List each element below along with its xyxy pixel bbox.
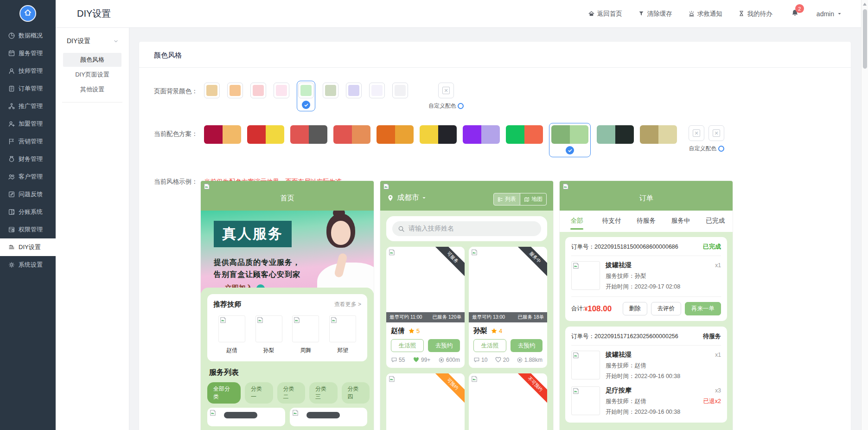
custom-scheme-swatch-a[interactable]: ✕ bbox=[689, 125, 704, 141]
sidebar-item-系统设置[interactable]: 系统设置 bbox=[0, 256, 56, 274]
sidebar-item-加盟管理[interactable]: 加盟管理 bbox=[0, 115, 56, 133]
technician-card[interactable]: 可服务 最早可约 11:00已服务 120单 赵倩 5 生活照 去预约 55 9… bbox=[386, 247, 465, 368]
sidebar-item-订单管理[interactable]: 订单管理 bbox=[0, 80, 56, 97]
bg-swatch[interactable] bbox=[227, 83, 243, 98]
heart-outline-icon bbox=[495, 356, 502, 363]
target-icon bbox=[438, 357, 445, 363]
book-button[interactable]: 去预约 bbox=[428, 339, 460, 352]
sidebar-item-营销管理[interactable]: 营销管理 bbox=[0, 133, 56, 150]
sidebar-item-推广管理[interactable]: 推广管理 bbox=[0, 97, 56, 115]
technician-card-partial[interactable]: 不可预约 bbox=[469, 373, 547, 430]
segment-列表[interactable]: 列表 bbox=[494, 193, 520, 205]
scheme-swatch[interactable] bbox=[377, 125, 414, 144]
sidebar-item-分账系统[interactable]: 分账系统 bbox=[0, 203, 56, 221]
scheme-color-picker[interactable] bbox=[718, 146, 724, 152]
order-tab-待服务[interactable]: 待服务 bbox=[629, 211, 664, 232]
sidebar-item-数据概况[interactable]: 数据概况 bbox=[0, 27, 56, 45]
order-tab-全部[interactable]: 全部 bbox=[560, 211, 594, 232]
segment-地图[interactable]: 地图 bbox=[520, 193, 546, 205]
scheme-swatch[interactable] bbox=[204, 125, 241, 144]
tech-avatar-cell[interactable]: 孙梨 bbox=[250, 315, 287, 354]
notification-bell[interactable]: 2 bbox=[791, 9, 799, 19]
tech-avatar-cell[interactable]: 周舞 bbox=[287, 315, 325, 354]
comment-icon bbox=[473, 357, 480, 363]
scheme-swatch[interactable] bbox=[420, 125, 457, 144]
scheme-swatch[interactable] bbox=[597, 125, 634, 144]
tech-avatar-cell[interactable]: 郑望 bbox=[324, 315, 361, 354]
photos-button[interactable]: 生活照 bbox=[391, 339, 424, 352]
submenu-item-DIY页面设置[interactable]: DIY页面设置 bbox=[63, 68, 121, 82]
scheme-swatch[interactable] bbox=[333, 125, 370, 144]
bg-swatch[interactable] bbox=[323, 83, 338, 98]
technician-card-partial[interactable]: 可预约 bbox=[386, 373, 465, 430]
book-button[interactable]: 去预约 bbox=[511, 339, 542, 352]
top-link-返回首页[interactable]: 返回首页 bbox=[588, 10, 622, 18]
bg-swatch[interactable] bbox=[392, 83, 408, 98]
tech-avatar-cell[interactable]: 赵倩 bbox=[213, 315, 250, 354]
alarm-icon bbox=[688, 10, 695, 17]
bg-swatch[interactable] bbox=[274, 83, 289, 98]
order-tab-待支付[interactable]: 待支付 bbox=[594, 211, 629, 232]
user-menu[interactable]: admin bbox=[817, 10, 842, 18]
sidebar-item-服务管理[interactable]: 服务管理 bbox=[0, 45, 56, 62]
scheme-swatch[interactable] bbox=[290, 125, 327, 144]
service-card-partial[interactable] bbox=[290, 408, 368, 426]
submenu-item-颜色风格[interactable]: 颜色风格 bbox=[63, 53, 121, 67]
sidebar-item-问题反馈[interactable]: 问题反馈 bbox=[0, 186, 56, 203]
category-pill-分类二[interactable]: 分类二 bbox=[277, 382, 306, 404]
app-logo[interactable] bbox=[0, 0, 56, 27]
bg-swatch-selected[interactable] bbox=[297, 81, 315, 111]
category-pill-分类三[interactable]: 分类三 bbox=[309, 382, 338, 404]
bg-swatch[interactable] bbox=[346, 83, 362, 98]
scheme-swatch[interactable] bbox=[640, 125, 677, 144]
submenu-item-其他设置[interactable]: 其他设置 bbox=[63, 83, 121, 96]
review-button[interactable]: 去评价 bbox=[651, 302, 682, 315]
service-card-partial[interactable] bbox=[207, 408, 285, 426]
delete-button[interactable]: 删除 bbox=[623, 302, 647, 315]
bg-swatch[interactable] bbox=[369, 83, 385, 98]
sidebar-item-财务管理[interactable]: 财务管理 bbox=[0, 150, 56, 168]
category-pill-全部分类[interactable]: 全部分类 bbox=[207, 382, 241, 404]
order-tab-已完成[interactable]: 已完成 bbox=[698, 211, 733, 232]
scrollbar-thumb[interactable] bbox=[863, 9, 867, 69]
recommend-more-link[interactable]: 查看更多 > bbox=[334, 301, 361, 308]
scheme-swatch[interactable] bbox=[247, 125, 284, 144]
order-tab-服务中[interactable]: 服务中 bbox=[664, 211, 698, 232]
top-link-我的待办[interactable]: 我的待办 bbox=[738, 10, 772, 18]
sidebar-item-DIY设置[interactable]: DIY设置 bbox=[0, 238, 56, 256]
search-input[interactable]: 请输入技师姓名 bbox=[392, 221, 541, 236]
scrollbar-up-arrow[interactable] bbox=[863, 3, 867, 6]
submenu-header[interactable]: DIY设置 bbox=[56, 28, 129, 52]
status-ribbon: 可预约 bbox=[432, 373, 465, 404]
split-icon bbox=[8, 208, 15, 216]
search-container: 请输入技师姓名 bbox=[386, 216, 547, 241]
order-card[interactable]: 订单号： 20220915181500068600000686 已完成 拔罐祛湿… bbox=[565, 237, 727, 321]
sidebar-item-技师管理[interactable]: 技师管理 bbox=[0, 62, 56, 80]
custom-bg-swatch[interactable]: ✕ bbox=[438, 83, 454, 98]
bg-swatch[interactable] bbox=[250, 83, 266, 98]
scheme-swatch-selected[interactable] bbox=[549, 123, 591, 157]
broken-image-icon bbox=[210, 410, 216, 416]
custom-scheme-swatch-b[interactable]: ✕ bbox=[708, 125, 724, 141]
service-list-title: 服务列表 bbox=[209, 368, 374, 378]
order-card[interactable]: 订单号： 20220915171623025600000256 待服务 拔罐祛湿… bbox=[565, 327, 727, 423]
sidebar-item-客户管理[interactable]: 客户管理 bbox=[0, 168, 56, 186]
target-icon bbox=[517, 357, 523, 363]
city-selector[interactable]: 成都市 bbox=[387, 193, 427, 203]
category-pill-分类一[interactable]: 分类一 bbox=[245, 382, 273, 404]
photos-button[interactable]: 生活照 bbox=[473, 339, 506, 352]
reorder-button[interactable]: 再来一单 bbox=[685, 302, 721, 315]
sidebar-item-label: 营销管理 bbox=[19, 137, 43, 146]
page-scrollbar[interactable] bbox=[861, 0, 868, 430]
scheme-swatch[interactable] bbox=[506, 125, 543, 144]
sidebar-item-权限管理[interactable]: 权限管理 bbox=[0, 221, 56, 238]
top-link-求救通知[interactable]: 求救通知 bbox=[688, 10, 722, 18]
home-banner[interactable]: 真人服务 提供高品质的专业服务， 告别盲盒让顾客心安到家 立即加入 → bbox=[201, 211, 374, 293]
scheme-swatch[interactable] bbox=[463, 125, 500, 144]
top-link-清除缓存[interactable]: 清除缓存 bbox=[638, 10, 672, 18]
flag-icon bbox=[8, 138, 15, 145]
technician-card[interactable]: 服务中 最早可约 13:00已服务 18单 孙梨 4 生活照 去预约 10 20… bbox=[469, 247, 547, 368]
bg-swatch[interactable] bbox=[204, 83, 220, 98]
category-pill-分类四[interactable]: 分类四 bbox=[342, 382, 370, 404]
bg-color-picker[interactable] bbox=[458, 103, 464, 109]
